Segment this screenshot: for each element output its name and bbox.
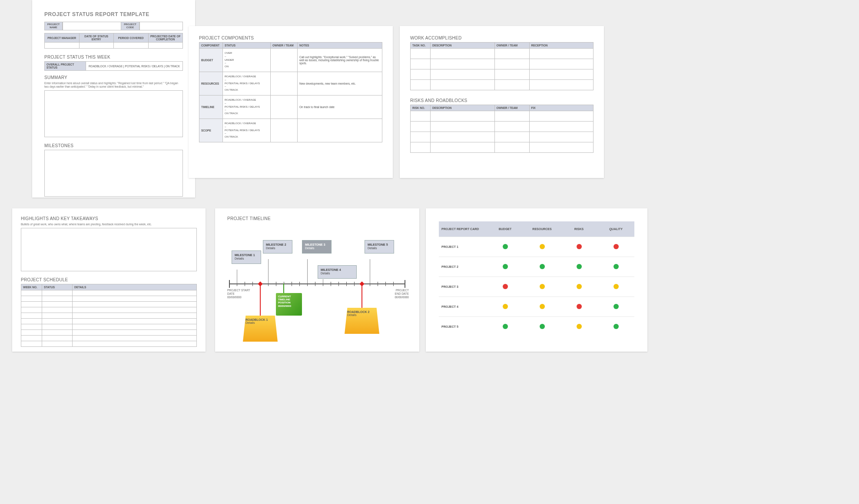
cell-owner[interactable] — [271, 72, 298, 96]
milestone-card[interactable]: MILESTONE 1 Details — [232, 250, 261, 264]
report-card-table: PROJECT REPORT CARD BUDGET RESOURCES RIS… — [439, 221, 634, 336]
table-row[interactable] — [411, 49, 594, 59]
label-project-name: PROJECT NAME — [44, 22, 63, 30]
table-row[interactable] — [411, 111, 594, 122]
table-row[interactable] — [21, 313, 197, 318]
status-dot-icon — [503, 284, 508, 289]
table-row[interactable] — [411, 142, 594, 153]
axis-tick — [299, 282, 300, 286]
overall-status-row: OVERALL PROJECT STATUS ROADBLOCK / OVERA… — [44, 61, 183, 71]
milestone-card[interactable]: MILESTONE 5 Details — [365, 240, 394, 254]
cell-notes[interactable]: New developments, new team members, etc. — [298, 72, 382, 96]
status-cell — [524, 237, 561, 257]
highlights-box[interactable] — [21, 228, 197, 271]
cell-status[interactable]: ROADBLOCK / OVERAGE – POTENTIAL RISKS / … — [223, 119, 271, 142]
col-resources: RESOURCES — [524, 221, 561, 237]
milestone-label: MILESTONE 5 — [368, 243, 388, 246]
roadblock-note[interactable]: ROADBLOCK 2 Details — [345, 308, 379, 334]
milestone-card[interactable]: MILESTONE 3 Details — [302, 240, 332, 254]
label-line: 00/00/0000 — [227, 296, 242, 299]
status-cell — [597, 277, 634, 297]
status-cell — [524, 317, 561, 337]
timeline-axis — [229, 283, 405, 284]
cell-status[interactable]: OVER – UNDER – ON — [223, 49, 271, 72]
status-cell — [487, 257, 524, 277]
cell-status[interactable]: ROADBLOCK / OVERAGE – POTENTIAL RISKS / … — [223, 72, 271, 96]
milestone-card[interactable]: MILESTONE 2 Details — [263, 240, 292, 254]
label-line: PROJECT — [396, 289, 409, 292]
col-desc: DESCRIPTION — [431, 43, 495, 49]
table-row[interactable] — [21, 335, 197, 341]
input-date[interactable] — [79, 43, 114, 49]
status-cell — [597, 257, 634, 277]
work-table: TASK NO. DESCRIPTION OWNER / TEAM RECEPT… — [410, 42, 594, 90]
cell-notes[interactable]: On track to final launch date — [298, 96, 382, 119]
table-row[interactable] — [21, 290, 197, 296]
current-position-note[interactable]: CURRENT TIMELINE POSITION 00/00/0000 — [276, 293, 302, 316]
note-line: CURRENT — [278, 295, 291, 298]
highlights-hint: Bullets of great work, who owns what, wh… — [21, 223, 197, 226]
table-row[interactable] — [411, 80, 594, 90]
table-row[interactable] — [411, 69, 594, 80]
status-dot-icon — [540, 264, 545, 269]
table-row[interactable] — [21, 341, 197, 346]
input-projected[interactable] — [148, 43, 183, 49]
col-reception: RECEPTION — [529, 43, 594, 49]
status-options[interactable]: ROADBLOCK / OVERAGE | POTENTIAL RISKS / … — [86, 62, 183, 71]
input-project-name[interactable] — [63, 22, 121, 30]
input-manager[interactable] — [45, 43, 80, 49]
input-period[interactable] — [114, 43, 149, 49]
col-fix: FIX — [529, 105, 594, 111]
table-row[interactable] — [21, 324, 197, 329]
roadblock-sub: Details — [245, 321, 255, 324]
axis-tick — [338, 282, 339, 286]
table-row[interactable] — [411, 122, 594, 132]
risks-table: RISK NO. DESCRIPTION OWNER / TEAM FIX — [410, 105, 594, 153]
milestone-sub: Details — [235, 257, 244, 260]
table-row: PROJECT 2 — [439, 257, 634, 277]
leader — [307, 259, 308, 283]
status-cell — [524, 277, 561, 297]
status-dot-icon — [577, 244, 582, 249]
section-highlights: HIGHLIGHTS AND KEY TAKEAWAYS — [21, 216, 197, 221]
label-line: PROJECT START — [227, 289, 250, 292]
roadblock-note[interactable]: ROADBLOCK 1 Details — [243, 316, 278, 342]
axis-end-label: PROJECT END DATE 00/00/0000 — [378, 289, 409, 299]
table-row[interactable] — [411, 59, 594, 69]
cell-owner[interactable] — [271, 49, 298, 72]
axis-end-tick — [405, 280, 405, 288]
cell-owner[interactable] — [271, 96, 298, 119]
cell-notes[interactable]: Call out highlights: "Exceptional work."… — [298, 49, 382, 72]
cell-status[interactable]: ROADBLOCK / OVERAGE – POTENTIAL RISKS / … — [223, 96, 271, 119]
table-row[interactable] — [411, 132, 594, 142]
milestones-box[interactable] — [44, 150, 183, 197]
table-row[interactable] — [21, 318, 197, 324]
cell-notes[interactable] — [298, 119, 382, 142]
status-dot-icon — [540, 324, 545, 329]
table-row[interactable] — [21, 307, 197, 313]
roadblock-label: ROADBLOCK 2 — [347, 310, 369, 313]
table-row: PROJECT 4 — [439, 297, 634, 317]
table-row[interactable] — [21, 296, 197, 301]
input-project-code[interactable] — [139, 22, 183, 30]
status-cell — [561, 237, 597, 257]
milestone-card[interactable]: MILESTONE 4 Details — [318, 265, 357, 279]
table-row[interactable] — [21, 329, 197, 335]
status-cell — [487, 317, 524, 337]
col-owner: OWNER / TEAM — [271, 43, 298, 49]
milestone-label: MILESTONE 1 — [235, 254, 255, 257]
section-risks: RISKS AND ROADBLOCKS — [410, 98, 594, 103]
col-notes: NOTES — [298, 43, 382, 49]
table-row: BUDGET OVER – UNDER – ON Call out highli… — [199, 49, 382, 72]
summary-box[interactable] — [44, 90, 183, 137]
timeline-graphic: MILESTONE 1 Details MILESTONE 2 Details … — [223, 223, 411, 344]
table-row[interactable] — [21, 301, 197, 307]
section-schedule: PROJECT SCHEDULE — [21, 277, 197, 282]
status-dot-icon — [540, 284, 545, 289]
col-week: WEEK NO. — [21, 284, 42, 290]
diamond-icon — [258, 281, 262, 286]
label-line: DATE — [227, 292, 235, 295]
axis-tick — [385, 282, 386, 286]
cell-owner[interactable] — [271, 119, 298, 142]
status-cell — [597, 297, 634, 317]
